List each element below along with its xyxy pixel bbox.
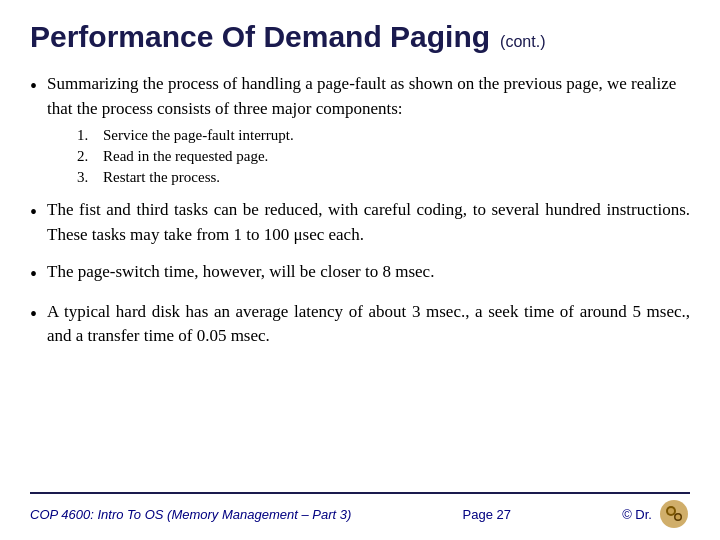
bullet-item-4: • A typical hard disk has an average lat…: [30, 300, 690, 349]
footer-center: Page 27: [463, 507, 511, 522]
content-area: • Summarizing the process of handling a …: [30, 72, 690, 484]
svg-point-2: [668, 508, 674, 514]
numbered-item-1: 1. Service the page-fault interrupt.: [77, 127, 690, 144]
bullet-item-3: • The page-switch time, however, will be…: [30, 260, 690, 288]
svg-point-4: [675, 515, 680, 520]
num-1: 1.: [77, 127, 95, 144]
bullet-text-3: The page-switch time, however, will be c…: [47, 260, 434, 285]
bullet-dot-4: •: [30, 300, 37, 328]
bullet-dot-1: •: [30, 72, 37, 100]
logo-icon: [658, 498, 690, 530]
num-2: 2.: [77, 148, 95, 165]
numbered-item-2: 2. Read in the requested page.: [77, 148, 690, 165]
bullet-text-4: A typical hard disk has an average laten…: [47, 300, 690, 349]
bullet-content-1: Summarizing the process of handling a pa…: [47, 72, 690, 186]
bullet-dot-2: •: [30, 198, 37, 226]
footer-right-text: © Dr.: [622, 507, 652, 522]
num-3: 3.: [77, 169, 95, 186]
slide-title: Performance Of Demand Paging: [30, 20, 490, 54]
num-text-2: Read in the requested page.: [103, 148, 268, 165]
footer-left: COP 4600: Intro To OS (Memory Management…: [30, 507, 351, 522]
num-text-1: Service the page-fault interrupt.: [103, 127, 294, 144]
num-text-3: Restart the process.: [103, 169, 220, 186]
bullet-text-1: Summarizing the process of handling a pa…: [47, 74, 676, 118]
slide-title-cont: (cont.): [500, 33, 545, 51]
footer: COP 4600: Intro To OS (Memory Management…: [30, 492, 690, 530]
bullet-item-2: • The fist and third tasks can be reduce…: [30, 198, 690, 247]
bullet-text-2: The fist and third tasks can be reduced,…: [47, 198, 690, 247]
footer-right: © Dr.: [622, 498, 690, 530]
numbered-list-1: 1. Service the page-fault interrupt. 2. …: [77, 127, 690, 186]
bullet-dot-3: •: [30, 260, 37, 288]
slide: Performance Of Demand Paging (cont.) • S…: [0, 0, 720, 540]
numbered-item-3: 3. Restart the process.: [77, 169, 690, 186]
title-row: Performance Of Demand Paging (cont.): [30, 20, 690, 54]
bullet-item-1: • Summarizing the process of handling a …: [30, 72, 690, 186]
